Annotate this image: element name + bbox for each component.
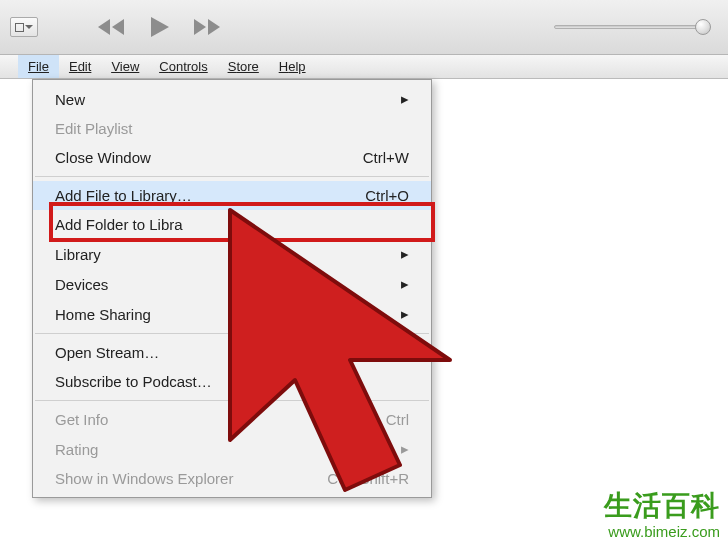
menu-item-show-explorer: Show in Windows Explorer Ctrl+Shift+R [33,464,431,493]
menu-edit[interactable]: Edit [59,55,101,78]
menu-controls[interactable]: Controls [149,55,217,78]
menu-item-label: Close Window [55,149,151,166]
previous-icon[interactable] [97,17,127,37]
menu-item-label: Add File to Library… [55,187,192,204]
menu-item-label: Get Info [55,411,108,428]
menu-separator [35,333,429,334]
play-icon[interactable] [149,15,171,39]
menu-separator [35,176,429,177]
shortcut-label: Ctrl+W [363,149,409,166]
menu-item-rating: Rating ▸ [33,434,431,464]
menu-item-label: Open Stream… [55,344,159,361]
next-icon[interactable] [193,17,223,37]
shortcut-label: Ctrl+O [365,187,409,204]
file-menu-dropdown: New ▸ Edit Playlist Close Window Ctrl+W … [32,79,432,498]
shortcut-label: Ctrl+Shift+R [327,470,409,487]
menu-view[interactable]: View [101,55,149,78]
menu-item-devices[interactable]: Devices ▸ [33,269,431,299]
menubar: File Edit View Controls Store Help [0,55,728,79]
window-layout-button[interactable] [10,17,38,37]
player-toolbar [0,0,728,55]
submenu-arrow-icon: ▸ [401,440,409,458]
volume-thumb[interactable] [695,19,711,35]
menu-item-subscribe-podcast[interactable]: Subscribe to Podcast… [33,367,431,396]
menu-item-add-folder[interactable]: Add Folder to Libra [33,210,431,239]
menu-separator [35,400,429,401]
menu-item-open-stream[interactable]: Open Stream… [33,338,431,367]
submenu-arrow-icon: ▸ [401,245,409,263]
volume-slider[interactable] [554,25,704,29]
menu-item-label: Add Folder to Libra [55,216,183,233]
watermark-url: www.bimeiz.com [604,523,720,540]
shortcut-label: Ctrl [386,411,409,428]
menu-item-label: New [55,91,85,108]
menu-file[interactable]: File [18,55,59,78]
menu-item-edit-playlist: Edit Playlist [33,114,431,143]
menu-item-new[interactable]: New ▸ [33,84,431,114]
menu-item-label: Library [55,246,101,263]
menu-item-label: Devices [55,276,108,293]
submenu-arrow-icon: ▸ [401,275,409,293]
menu-item-label: Home Sharing [55,306,151,323]
menu-item-label: Edit Playlist [55,120,133,137]
menu-help[interactable]: Help [269,55,316,78]
menu-item-label: Rating [55,441,98,458]
menu-item-get-info: Get Info Ctrl [33,405,431,434]
watermark-title: 生活百科 [604,487,720,525]
menu-item-add-file[interactable]: Add File to Library… Ctrl+O [33,181,431,210]
submenu-arrow-icon: ▸ [401,90,409,108]
menu-item-label: Subscribe to Podcast… [55,373,212,390]
submenu-arrow-icon: ▸ [401,305,409,323]
menu-item-close-window[interactable]: Close Window Ctrl+W [33,143,431,172]
menu-item-home-sharing[interactable]: Home Sharing ▸ [33,299,431,329]
menu-item-label: Show in Windows Explorer [55,470,233,487]
menu-store[interactable]: Store [218,55,269,78]
watermark: 生活百科 www.bimeiz.com [604,487,720,540]
menu-item-library[interactable]: Library ▸ [33,239,431,269]
transport-controls [97,15,223,39]
